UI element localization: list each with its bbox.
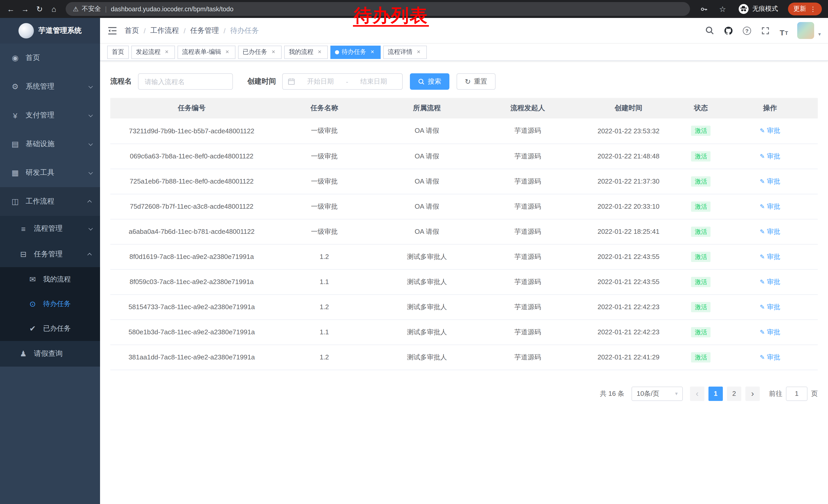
column-header: 操作 [722, 98, 818, 119]
page-number-button[interactable]: 2 [727, 386, 741, 401]
update-label: 更新 [793, 5, 806, 13]
start-date-placeholder[interactable]: 开始日期 [297, 77, 344, 86]
breadcrumb-item[interactable]: 任务管理 / [190, 26, 230, 35]
tab-todo-tasks[interactable]: 待办任务 × [330, 45, 381, 59]
breadcrumb-separator: / [184, 27, 186, 35]
process-name-input[interactable] [138, 73, 233, 90]
sidebar-item-payment-manage[interactable]: ¥ 支付管理 [0, 101, 100, 130]
goto-suffix: 页 [811, 389, 818, 398]
approve-link[interactable]: ✎ 审批 [760, 353, 780, 362]
cell-initiator: 芋道源码 [478, 345, 577, 370]
browser-reload-icon[interactable]: ↻ [33, 2, 46, 16]
approve-link[interactable]: ✎ 审批 [760, 202, 780, 211]
approve-link[interactable]: ✎ 审批 [760, 302, 780, 312]
browser-home-icon[interactable]: ⌂ [47, 2, 60, 16]
menu-fold-icon[interactable] [100, 27, 125, 35]
sidebar-item-system-manage[interactable]: ⚙ 系统管理 [0, 72, 100, 101]
goto-label: 前往 [769, 389, 782, 398]
help-icon[interactable]: ? [742, 25, 752, 36]
menu-label: 请假查询 [34, 349, 92, 358]
browser-forward-icon[interactable]: → [18, 2, 32, 16]
create-time-label: 创建时间 [247, 77, 276, 86]
table-row: 8f059c03-7ac8-11ec-a9e2-a2380e71991a 1.1… [110, 269, 818, 294]
sidebar-item-dev-tools[interactable]: ▦ 研发工具 [0, 158, 100, 187]
sidebar-item-done-tasks[interactable]: ✔ 已办任务 [0, 316, 100, 341]
tab-home[interactable]: 首页 × [107, 45, 129, 59]
password-key-icon[interactable] [697, 2, 710, 16]
total-count: 共 16 条 [600, 389, 624, 398]
edit-icon: ✎ [760, 178, 765, 185]
close-icon[interactable]: × [316, 48, 323, 56]
table-row: 069c6a63-7b8a-11ec-8ef0-acde48001122 一级审… [110, 144, 818, 169]
github-icon[interactable] [723, 25, 734, 36]
search-icon [418, 78, 425, 85]
cell-process: 测试多审批人 [376, 319, 478, 345]
security-label[interactable]: 不安全 [82, 5, 101, 13]
edit-icon: ✎ [760, 152, 765, 160]
menu-label: 基础设施 [26, 139, 89, 149]
breadcrumb-label: 首页 [125, 26, 139, 35]
approve-link[interactable]: ✎ 审批 [760, 126, 780, 136]
cell-task-id: 725a1eb6-7b88-11ec-8ef0-acde48001122 [110, 169, 273, 194]
status-badge: 激活 [691, 226, 711, 237]
approve-link[interactable]: ✎ 审批 [760, 252, 780, 261]
sidebar-item-todo-tasks[interactable]: ⊙ 待办任务 [0, 292, 100, 316]
close-icon[interactable]: × [415, 48, 422, 56]
url-text[interactable]: dashboard.yudao.iocoder.cn/bpm/task/todo [111, 5, 234, 12]
breadcrumb-item[interactable]: 待办任务 / [230, 26, 259, 35]
sidebar-item-infrastructure[interactable]: ▤ 基础设施 [0, 130, 100, 158]
edit-icon: ✎ [760, 328, 765, 335]
sidebar-item-leave-query[interactable]: ♟ 请假查询 [0, 341, 100, 367]
sidebar-item-task-manage[interactable]: ⊟ 任务管理 [0, 241, 100, 267]
sidebar-item-my-process[interactable]: ✉ 我的流程 [0, 267, 100, 292]
cell-created: 2022-01-21 22:42:23 [577, 319, 680, 345]
approve-link[interactable]: ✎ 审批 [760, 177, 780, 186]
table-row: 580e1b3d-7ac8-11ec-a9e2-a2380e71991a 1.1… [110, 319, 818, 345]
breadcrumb-item[interactable]: 工作流程 / [150, 26, 190, 35]
approve-link[interactable]: ✎ 审批 [760, 327, 780, 336]
app-logo[interactable]: 芋道管理系统 [0, 18, 100, 44]
tab-start-process[interactable]: 发起流程 × [131, 45, 175, 59]
fullscreen-icon[interactable] [760, 25, 771, 36]
browser-menu-dots-icon[interactable]: ⋮ [810, 5, 816, 13]
approve-link[interactable]: ✎ 审批 [760, 227, 780, 236]
goto-page-input[interactable] [786, 386, 808, 401]
browser-back-icon[interactable]: ← [4, 2, 17, 16]
sidebar-item-process-manage[interactable]: ≡ 流程管理 [0, 216, 100, 241]
next-page-button[interactable]: › [745, 386, 760, 401]
bookmark-star-icon[interactable]: ☆ [716, 2, 729, 16]
cell-created: 2022-01-22 21:48:48 [577, 144, 680, 169]
close-icon[interactable]: × [163, 48, 170, 56]
tab-my-process[interactable]: 我的流程 × [284, 45, 328, 59]
close-icon[interactable]: × [224, 48, 231, 56]
approve-link[interactable]: ✎ 审批 [760, 277, 780, 286]
sidebar-item-home[interactable]: ◉ 首页 [0, 44, 100, 72]
close-icon[interactable]: × [369, 48, 376, 56]
cell-process: OA 请假 [376, 219, 478, 244]
tab-done-tasks[interactable]: 已办任务 × [238, 45, 282, 59]
prev-page-button[interactable]: ‹ [690, 386, 704, 401]
user-avatar[interactable] [797, 22, 814, 39]
chevron-icon [88, 84, 93, 88]
calendar-icon [288, 78, 295, 85]
tab-form-edit[interactable]: 流程表单-编辑 × [177, 45, 236, 59]
tab-process-detail[interactable]: 流程详情 × [383, 45, 427, 59]
cell-initiator: 芋道源码 [478, 269, 577, 294]
reset-button[interactable]: ↻ 重置 [457, 73, 495, 90]
search-icon[interactable] [705, 25, 715, 36]
header-actions: ? T T ▾ [705, 22, 828, 39]
date-range-picker[interactable]: 开始日期 - 结束日期 [282, 73, 403, 90]
cell-process: 测试多审批人 [376, 345, 478, 370]
annotation-overlay: 待办列表 [353, 6, 429, 27]
end-date-placeholder[interactable]: 结束日期 [350, 77, 397, 86]
font-size-icon[interactable]: T T [779, 25, 789, 36]
approve-link[interactable]: ✎ 审批 [760, 151, 780, 161]
page-number-button[interactable]: 1 [708, 386, 723, 401]
search-button[interactable]: 搜索 [410, 73, 449, 90]
update-button[interactable]: 更新 ⋮ [788, 3, 822, 15]
close-icon[interactable]: × [270, 48, 277, 56]
sidebar-item-workflow[interactable]: ◫ 工作流程 [0, 187, 100, 216]
breadcrumb-item[interactable]: 首页 / [125, 26, 150, 35]
app-header: 首页 / 工作流程 / 任务管理 / [100, 18, 828, 44]
page-size-select[interactable]: 10条/页 ▾ [631, 386, 683, 401]
